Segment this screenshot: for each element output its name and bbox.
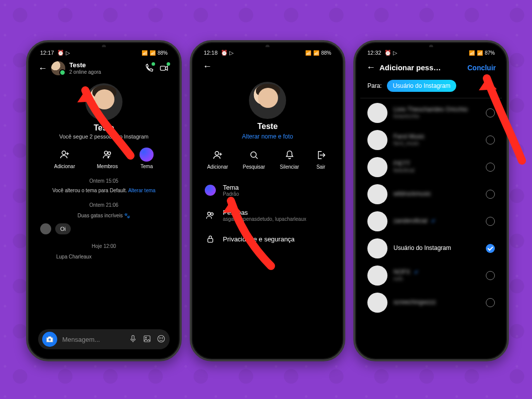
privacy-row[interactable]: Privacidade e segurança — [197, 228, 338, 250]
verified-badge-icon: ✔ — [414, 269, 419, 275]
search-action[interactable]: Pesquisar — [243, 148, 265, 170]
leave-label: Sair — [316, 164, 325, 170]
composer-input[interactable]: Mensagem... — [62, 336, 123, 343]
mute-action[interactable]: Silenciar — [280, 148, 299, 170]
user-row[interactable]: Usuário do Instagram — [360, 235, 502, 262]
svg-point-7 — [146, 337, 147, 338]
svg-point-4 — [49, 339, 51, 341]
video-call-icon[interactable] — [159, 63, 170, 74]
add-member-action[interactable]: Adicionar — [54, 148, 75, 169]
change-name-photo-link[interactable]: Alterar nome e foto — [197, 133, 338, 140]
people-row[interactable]: Pessoas asgatasapenasdetudo, lupacharlea… — [197, 203, 338, 228]
chat-title-block[interactable]: Teste 2 online agora — [69, 62, 140, 74]
svg-point-12 — [251, 152, 256, 158]
wifi-icon: 📶 — [305, 50, 311, 56]
user-radio[interactable] — [486, 190, 495, 199]
user-radio[interactable] — [486, 163, 495, 172]
theme-action[interactable]: Tema — [140, 148, 154, 169]
user-radio[interactable] — [486, 108, 495, 117]
user-radio[interactable] — [486, 136, 495, 145]
chat-subtitle: 2 online agora — [69, 69, 140, 75]
user-name: screechingwzzz — [393, 299, 480, 306]
sticker-icon[interactable] — [157, 334, 166, 345]
user-avatar — [367, 238, 387, 258]
para-label: Para: — [367, 82, 382, 89]
user-list[interactable]: Livio Theocharides Oricchioliviaoricchio… — [360, 99, 502, 316]
user-avatar — [367, 293, 387, 313]
user-row[interactable]: screechingwzzz — [360, 289, 502, 316]
group-avatar-large[interactable] — [249, 82, 286, 119]
theme-swatch-icon — [205, 185, 216, 196]
user-info: zanderoficial ✔ — [393, 218, 480, 225]
user-avatar — [367, 130, 387, 150]
user-handle: fiettoficial — [393, 168, 480, 174]
add-member-action[interactable]: Adicionar — [207, 148, 228, 170]
user-info: Usuário do Instagram — [393, 245, 480, 252]
camera-icon[interactable] — [42, 332, 57, 347]
user-row[interactable]: zanderoficial ✔ — [360, 208, 502, 235]
user-info: NOFX ✔nofx — [393, 269, 480, 282]
status-icons: ⏰ ▷ — [221, 50, 233, 56]
user-name: Livio Theocharides Oricchio — [393, 106, 480, 113]
status-battery: 88% — [158, 50, 168, 56]
user-row[interactable]: Farol Musicfarol_music — [360, 126, 502, 154]
status-icons: ⏰ ▷ — [384, 50, 397, 56]
group-avatar-small[interactable] — [51, 61, 65, 75]
user-info: screechingwzzz — [393, 299, 480, 306]
status-battery: 88% — [321, 50, 331, 56]
user-avatar — [367, 265, 387, 286]
status-time: 12:18 — [204, 50, 218, 56]
wifi-icon: 📶 — [142, 50, 148, 56]
verified-badge-icon: ✔ — [431, 218, 436, 224]
mic-icon[interactable] — [128, 334, 138, 345]
user-row[interactable]: NOFX ✔nofx — [360, 262, 502, 289]
signal-icon: 📶 — [313, 50, 319, 56]
composer[interactable]: Mensagem... — [38, 329, 170, 349]
user-name: FIETT — [393, 161, 480, 168]
user-avatar — [367, 184, 387, 204]
group-subline: Você segue 2 pessoas no Instagram — [33, 134, 175, 140]
thread-name: Duas gatas incríveis 🐾 — [33, 213, 175, 218]
user-radio-checked[interactable] — [486, 244, 495, 253]
back-icon[interactable]: ← — [366, 62, 375, 73]
user-radio[interactable] — [486, 271, 495, 280]
message-bubble[interactable]: Oi — [55, 223, 71, 234]
phone-3-frame: 12:32 ⏰ ▷ 📶 📶 87% ← Adicionar pess… Conc… — [353, 40, 509, 361]
add-member-label: Adicionar — [207, 164, 228, 170]
selected-user-pill[interactable]: Usuário do Instagram — [387, 80, 457, 92]
back-icon[interactable]: ← — [203, 61, 212, 71]
change-theme-link[interactable]: Alterar tema — [128, 188, 155, 193]
svg-point-11 — [215, 152, 218, 155]
audio-call-icon[interactable] — [144, 63, 155, 74]
theme-row[interactable]: Tema Padrão — [197, 178, 338, 203]
status-battery: 87% — [485, 50, 495, 56]
members-label: Membros — [97, 164, 118, 169]
leave-action[interactable]: Sair — [314, 148, 328, 170]
back-icon[interactable]: ← — [38, 63, 47, 74]
members-action[interactable]: Membros — [97, 148, 118, 169]
svg-rect-15 — [208, 238, 213, 242]
user-avatar — [367, 211, 387, 231]
user-row[interactable]: FIETTfiettoficial — [360, 154, 502, 181]
status-icons: ⏰ ▷ — [57, 50, 70, 56]
people-icon — [205, 210, 216, 220]
svg-point-13 — [208, 212, 211, 215]
people-row-value: asgatasapenasdetudo, lupacharleaux — [223, 216, 306, 222]
user-radio[interactable] — [486, 217, 495, 226]
user-row[interactable]: Livio Theocharides Oricchioliviaoricchio — [360, 99, 502, 126]
sender-name: Lupa Charleaux — [56, 254, 175, 259]
search-label: Pesquisar — [243, 164, 265, 170]
user-info: wildrockmusic — [393, 191, 480, 198]
message-avatar[interactable] — [40, 223, 51, 234]
timestamp-3: Hoje 12:00 — [33, 243, 175, 249]
status-time: 12:17 — [40, 50, 54, 56]
user-handle: nofx — [393, 276, 480, 282]
status-time: 12:32 — [367, 50, 381, 56]
user-row[interactable]: wildrockmusic — [360, 181, 502, 208]
user-info: Livio Theocharides Oricchioliviaoricchio — [393, 106, 480, 119]
gallery-icon[interactable] — [143, 334, 152, 345]
done-button[interactable]: Concluir — [467, 64, 496, 72]
people-row-label: Pessoas — [223, 209, 306, 216]
user-radio[interactable] — [486, 298, 495, 307]
user-handle: liviaoricchio — [393, 113, 480, 119]
